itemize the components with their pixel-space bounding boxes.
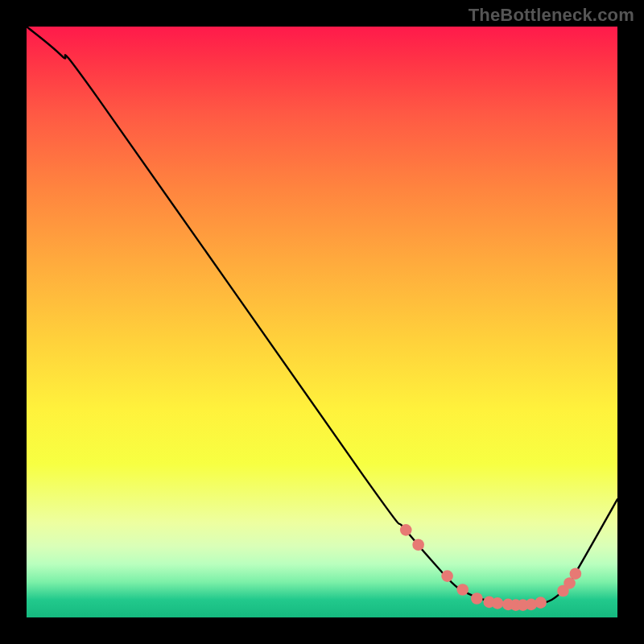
data-marker	[492, 597, 504, 609]
data-marker	[412, 539, 424, 551]
bottleneck-curve	[27, 27, 617, 605]
chart-frame: TheBottleneck.com	[0, 0, 644, 644]
watermark-label: TheBottleneck.com	[469, 5, 634, 26]
data-marker	[535, 597, 547, 609]
data-marker	[400, 524, 412, 536]
plot-area	[27, 27, 617, 617]
data-marker	[471, 592, 483, 605]
data-marker	[456, 584, 469, 596]
data-marker	[441, 570, 453, 582]
curve-svg	[27, 27, 617, 617]
data-marker	[570, 568, 582, 580]
